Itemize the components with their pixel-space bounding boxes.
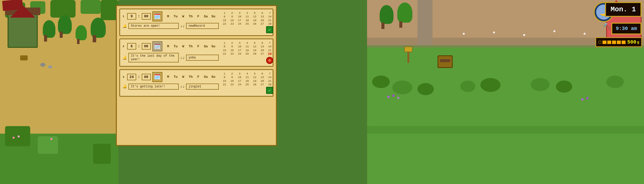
enable-button-1[interactable]: ✓ xyxy=(266,26,273,33)
alarm-message-3[interactable]: It's getting late!! xyxy=(128,84,179,90)
alarm-index-2: 2 xyxy=(123,45,126,48)
alarm-row-3: 3 24 : 00 🗓️ M Tu W Th F Sa Su xyxy=(119,69,273,97)
gold-unit: g xyxy=(637,40,639,44)
alarm-music-3[interactable]: jingle1 xyxy=(186,84,219,90)
music-icon-3: ♪♩ xyxy=(180,84,185,89)
day-labels-3: M Tu W Th F Sa Su xyxy=(165,75,217,79)
alarm-minute-3[interactable]: 00 xyxy=(142,74,151,80)
alarm-icon-1: 🗓️ xyxy=(152,11,162,21)
alarm-hour-3[interactable]: 24 xyxy=(127,74,136,80)
day-labels-1: M Tu W Th F Sa Su xyxy=(165,15,217,18)
alarm-index-1: 1 xyxy=(123,15,126,18)
date-display: Mon. 1 xyxy=(605,2,641,17)
bar-segment-2 xyxy=(607,41,611,44)
music-icon-1: ♪♩ xyxy=(180,24,185,28)
farm-background-right xyxy=(367,0,644,184)
alarm-minute-2[interactable]: 00 xyxy=(142,43,151,50)
alarm-icon-3: 🗓️ xyxy=(152,72,162,82)
bell-icon-1: 🔔 xyxy=(123,24,127,28)
calendar-1: 1234567 891011121314 15161718192021 2223… xyxy=(221,11,273,26)
alarm-hour-1[interactable]: 9 xyxy=(127,13,136,20)
bar-segment-5 xyxy=(622,41,626,44)
bar-segment-3 xyxy=(612,41,616,44)
alarm-row-2: 2 6 : 00 🗓️ M Tu W Th F Sa Su xyxy=(119,39,273,67)
farm-background-left xyxy=(0,0,118,184)
alarm-music-1[interactable]: newRecord xyxy=(186,23,219,29)
bar-segment-1 xyxy=(602,41,606,44)
time-display: 9:30 am xyxy=(611,23,641,34)
music-icon-2: ♪♩ xyxy=(180,56,185,60)
alarm-message-2[interactable]: It's the last day of the year! xyxy=(128,53,179,62)
alarm-icon-2: 🗓️ xyxy=(152,41,162,51)
day-labels-2: M Tu W Th F Sa Su xyxy=(165,45,217,48)
bar-segment-4 xyxy=(617,41,621,44)
bell-icon-3: 🔔 xyxy=(123,84,127,89)
alarm-music-2[interactable]: yoba xyxy=(186,55,219,61)
health-bar: ⬡ 500 g xyxy=(595,37,642,47)
calendar-3: 1234567 891011121314 15161718192021 2223… xyxy=(221,72,273,86)
gold-coin-icon: ⬡ xyxy=(598,40,602,45)
enable-button-3[interactable]: ✓ xyxy=(266,87,273,94)
alarm-hour-2[interactable]: 6 xyxy=(127,43,136,50)
alarm-panel: 1 9 : 00 🗓️ M Tu W Th F Sa Su xyxy=(116,5,277,146)
alarm-index-3: 3 xyxy=(123,76,126,79)
bell-icon-2: 🔔 xyxy=(123,56,127,60)
gold-amount: 500 xyxy=(627,39,636,45)
delete-button-2[interactable]: ⊘ xyxy=(266,57,273,64)
tool-icon: 🔨 xyxy=(603,23,611,31)
alarm-row-1: 1 9 : 00 🗓️ M Tu W Th F Sa Su xyxy=(119,9,273,36)
alarm-message-1[interactable]: Stores are open! xyxy=(128,23,179,29)
calendar-2: 1234567 891011121314 15161718192021 2223… xyxy=(221,41,273,56)
alarm-minute-1[interactable]: 00 xyxy=(142,13,151,20)
